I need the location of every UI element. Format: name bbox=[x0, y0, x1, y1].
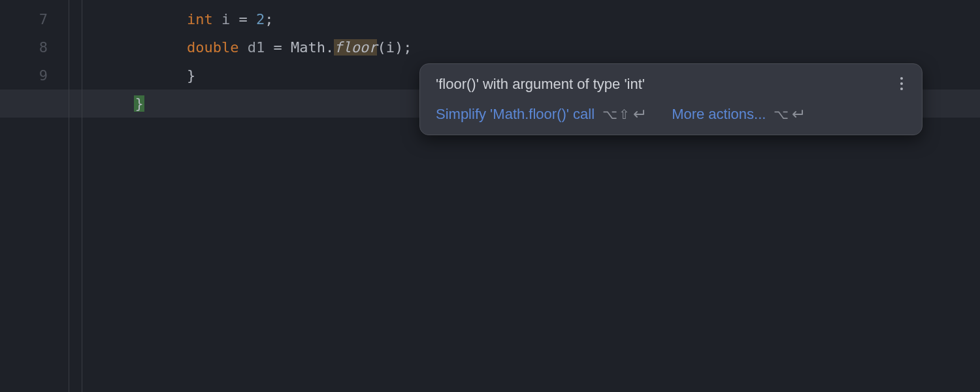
tooltip-header: 'floor()' with argument of type 'int' bbox=[436, 76, 906, 93]
brace: } bbox=[187, 67, 195, 84]
line-number[interactable]: 9 bbox=[0, 61, 69, 90]
action-label: More actions... bbox=[672, 106, 766, 123]
option-key-icon: ⌥ bbox=[774, 106, 789, 122]
shift-key-icon: ⇧ bbox=[619, 106, 630, 122]
simplify-action[interactable]: Simplify 'Math.floor()' call ⌥ ⇧ bbox=[436, 106, 645, 123]
svg-point-1 bbox=[900, 82, 903, 85]
code-line[interactable]: double d1 = Math.floor(i); bbox=[83, 33, 980, 61]
enter-key-icon bbox=[790, 109, 804, 120]
number-literal: 2 bbox=[256, 11, 265, 27]
svg-point-0 bbox=[900, 77, 903, 80]
shortcut-hint: ⌥ ⇧ bbox=[602, 106, 645, 122]
code-area[interactable]: int i = 2; double d1 = Math.floor(i); } … bbox=[83, 0, 980, 392]
svg-point-2 bbox=[900, 88, 903, 90]
gutter-border bbox=[69, 0, 69, 392]
option-key-icon: ⌥ bbox=[602, 106, 617, 122]
variable: i bbox=[221, 11, 230, 27]
more-actions[interactable]: More actions... ⌥ bbox=[672, 106, 804, 123]
warning-highlight: floor bbox=[334, 39, 377, 56]
tooltip-actions: Simplify 'Math.floor()' call ⌥ ⇧ More ac… bbox=[436, 106, 906, 123]
more-vertical-icon[interactable] bbox=[897, 76, 906, 93]
variable: d1 bbox=[248, 39, 265, 56]
line-number[interactable]: 7 bbox=[0, 5, 69, 33]
keyword: double bbox=[187, 39, 238, 56]
matching-brace: } bbox=[134, 95, 144, 112]
line-number[interactable]: 8 bbox=[0, 33, 69, 61]
tooltip-title: 'floor()' with argument of type 'int' bbox=[436, 76, 645, 93]
enter-key-icon bbox=[631, 109, 645, 120]
action-label: Simplify 'Math.floor()' call bbox=[436, 106, 595, 123]
code-line[interactable]: int i = 2; bbox=[83, 5, 980, 33]
keyword: int bbox=[187, 11, 213, 27]
gutter-border bbox=[82, 0, 82, 392]
inspection-tooltip: 'floor()' with argument of type 'int' Si… bbox=[419, 63, 923, 135]
shortcut-hint: ⌥ bbox=[774, 106, 804, 122]
code-editor: 7 8 9 10 int i = 2; double d1 = Math.flo… bbox=[0, 0, 980, 392]
line-number-gutter: 7 8 9 10 bbox=[0, 0, 69, 392]
